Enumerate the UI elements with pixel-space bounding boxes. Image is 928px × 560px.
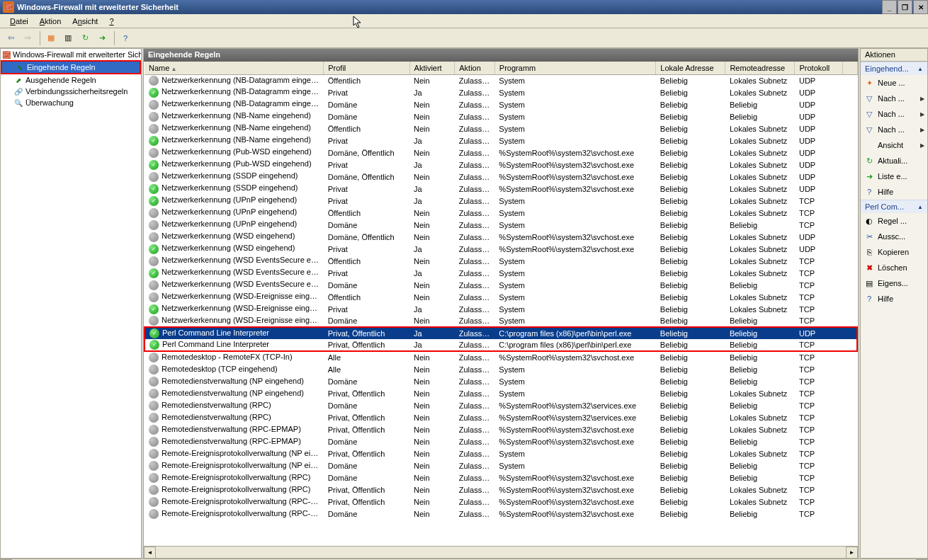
nav-forward-button[interactable]: ⇨ (20, 30, 35, 46)
table-row[interactable]: Perl Command Line InterpreterPrivat, Öff… (145, 339, 857, 351)
table-row[interactable]: Remotedienstverwaltung (NP eingehend)Dom… (145, 375, 857, 387)
menu-file[interactable]: Datei (4, 16, 34, 27)
table-row[interactable]: Netzwerkerkennung (WSD eingehend)Domäne,… (145, 231, 857, 243)
cell-profile: Öffentlich (324, 74, 409, 86)
cell-program: System (494, 387, 655, 399)
col-header-local-address[interactable]: Lokale Adresse (656, 62, 725, 74)
minimize-button[interactable]: _ (882, 0, 897, 14)
table-row[interactable]: Netzwerkerkennung (WSD-Ereignisse eingeh… (145, 291, 857, 303)
col-header-name[interactable]: Name (145, 62, 324, 74)
cell-spacer (843, 135, 857, 147)
col-header-overflow[interactable] (843, 62, 857, 74)
actions-section-selection[interactable]: Perl Com... ▲ (861, 200, 927, 213)
action-item[interactable]: ?Hilfe (861, 291, 927, 307)
action-item[interactable]: ▽Nach ...▶ (861, 106, 927, 122)
menu-action[interactable]: Aktion (34, 16, 67, 27)
tree-monitoring[interactable]: 🔍 Überwachung (1, 97, 141, 108)
table-row[interactable]: Netzwerkerkennung (WSD EventsSecure ein.… (145, 255, 857, 267)
cell-program: %SystemRoot%\system32\svchost.exe (494, 496, 655, 508)
scroll-left-button[interactable]: ◄ (144, 547, 156, 559)
table-row[interactable]: Netzwerkerkennung (NB-Datagramm eingeh..… (145, 74, 857, 86)
table-row[interactable]: Remotedesktop (TCP eingehend)AlleNeinZul… (145, 363, 857, 375)
cell-remote-address: Beliebig (725, 110, 795, 122)
toolbar-btn-1[interactable]: ▦ (43, 30, 59, 46)
cell-remote-address: Beliebig (725, 363, 795, 375)
table-row[interactable]: Netzwerkerkennung (Pub-WSD eingehend)Dom… (145, 147, 857, 159)
tree-connection-security[interactable]: 🔗 Verbindungssicherheitsregeln (1, 86, 141, 97)
table-row[interactable]: Remotedienstverwaltung (RPC)DomäneNeinZu… (145, 399, 857, 411)
table-row[interactable]: Netzwerkerkennung (UPnP eingehend)Domäne… (145, 219, 857, 231)
maximize-button[interactable]: ❐ (898, 0, 912, 14)
tree-inbound-rules[interactable]: ⬊ Eingehende Regeln (2, 62, 140, 73)
toolbar-btn-3[interactable]: ↻ (77, 30, 93, 46)
table-row[interactable]: Netzwerkerkennung (WSD-Ereignisse eingeh… (145, 303, 857, 315)
table-row[interactable]: Remotedienstverwaltung (NP eingehend)Pri… (145, 387, 857, 399)
action-item[interactable]: ↻Aktuali... (861, 153, 927, 168)
tree-outbound-rules[interactable]: ⬈ Ausgehende Regeln (1, 74, 141, 86)
menu-help[interactable]: ? (103, 16, 119, 27)
nav-back-button[interactable]: ⇦ (3, 30, 18, 46)
col-header-enabled[interactable]: Aktiviert (409, 62, 455, 74)
action-item[interactable]: ▤Eigens... (861, 275, 927, 291)
toolbar-btn-4[interactable]: ➜ (94, 30, 110, 46)
toolbar-help-button[interactable]: ? (118, 30, 133, 46)
window-title: Windows-Firewall mit erweiterter Sicherh… (17, 3, 881, 11)
table-row[interactable]: Netzwerkerkennung (WSD-Ereignisse eingeh… (145, 315, 857, 327)
table-row[interactable]: Netzwerkerkennung (NB-Name eingehend)Dom… (145, 110, 857, 122)
table-row[interactable]: Netzwerkerkennung (NB-Name eingehend)Pri… (145, 135, 857, 147)
action-item[interactable]: ▽Nach ...▶ (861, 122, 927, 137)
table-row[interactable]: Remote-Ereignisprotokollverwaltung (NP e… (145, 447, 857, 459)
filter-icon: ▽ (864, 124, 875, 135)
table-row[interactable]: Perl Command Line InterpreterPrivat, Öff… (145, 327, 857, 339)
table-row[interactable]: Netzwerkerkennung (SSDP eingehend)Domäne… (145, 171, 857, 183)
table-row[interactable]: Remote-Ereignisprotokollverwaltung (RPC-… (145, 496, 857, 508)
horizontal-scrollbar[interactable]: ◄ ► (144, 546, 858, 558)
cell-program: System (494, 291, 655, 303)
action-item[interactable]: ?Hilfe (861, 184, 927, 200)
action-item[interactable]: ✖Löschen (861, 260, 927, 275)
rules-grid[interactable]: Name Profil Aktiviert Aktion Programm Lo… (144, 62, 858, 546)
cell-local-address: Beliebig (656, 279, 725, 291)
action-item[interactable]: ✂Aussc... (861, 229, 927, 244)
table-row[interactable]: Netzwerkerkennung (UPnP eingehend)Öffent… (145, 207, 857, 219)
table-row[interactable]: Remote-Ereignisprotokollverwaltung (RPC-… (145, 508, 857, 520)
col-header-action[interactable]: Aktion (455, 62, 495, 74)
table-row[interactable]: Netzwerkerkennung (WSD EventsSecure ein.… (145, 279, 857, 291)
table-row[interactable]: Netzwerkerkennung (WSD eingehend)PrivatJ… (145, 243, 857, 255)
col-header-profile[interactable]: Profil (324, 62, 409, 74)
close-button[interactable]: ✕ (913, 0, 928, 14)
rule-disabled-icon (149, 353, 159, 362)
toolbar-btn-2[interactable]: ▥ (60, 30, 76, 46)
table-row[interactable]: Remotedesktop - RemoteFX (TCP-In)AlleNei… (145, 351, 857, 363)
action-item[interactable]: ⎘Kopieren (861, 244, 927, 260)
scroll-right-button[interactable]: ► (846, 547, 858, 559)
table-row[interactable]: Remote-Ereignisprotokollverwaltung (RPC)… (145, 484, 857, 496)
col-header-remote-address[interactable]: Remoteadresse (725, 62, 795, 74)
tree-root[interactable]: 🧱 Windows-Firewall mit erweiterter Sich (1, 49, 141, 60)
table-row[interactable]: Netzwerkerkennung (WSD EventsSecure ein.… (145, 267, 857, 279)
table-row[interactable]: Remotedienstverwaltung (RPC)Privat, Öffe… (145, 411, 857, 423)
cell-spacer (843, 74, 857, 86)
action-item[interactable]: ➜Liste e... (861, 168, 927, 184)
cell-program: %SystemRoot%\system32\svchost.exe (494, 435, 655, 447)
table-row[interactable]: Netzwerkerkennung (UPnP eingehend)Privat… (145, 195, 857, 207)
table-row[interactable]: Netzwerkerkennung (NB-Datagramm eingeh..… (145, 98, 857, 110)
action-item[interactable]: ◐Regel ... (861, 213, 927, 229)
table-row[interactable]: Netzwerkerkennung (Pub-WSD eingehend)Pri… (145, 159, 857, 171)
table-row[interactable]: Netzwerkerkennung (SSDP eingehend)Privat… (145, 183, 857, 195)
col-header-protocol[interactable]: Protokoll (795, 62, 843, 74)
table-row[interactable]: Netzwerkerkennung (NB-Datagramm eingeh..… (145, 86, 857, 98)
action-item[interactable]: ▽Nach ...▶ (861, 91, 927, 106)
cell-profile: Domäne (324, 375, 409, 387)
table-row[interactable]: Remotedienstverwaltung (RPC-EPMAP)Domäne… (145, 435, 857, 447)
action-item[interactable]: Ansicht▶ (861, 137, 927, 153)
action-item[interactable]: ✦Neue ... (861, 75, 927, 91)
table-row[interactable]: Remote-Ereignisprotokollverwaltung (RPC)… (145, 472, 857, 484)
cell-profile: Privat (324, 159, 409, 171)
actions-section-inbound[interactable]: Eingehend... ▲ (861, 62, 927, 75)
table-row[interactable]: Remote-Ereignisprotokollverwaltung (NP e… (145, 459, 857, 472)
table-row[interactable]: Netzwerkerkennung (NB-Name eingehend)Öff… (145, 122, 857, 135)
menu-view[interactable]: Ansicht (67, 16, 103, 27)
table-row[interactable]: Remotedienstverwaltung (RPC-EPMAP)Privat… (145, 423, 857, 435)
col-header-program[interactable]: Programm (494, 62, 655, 74)
